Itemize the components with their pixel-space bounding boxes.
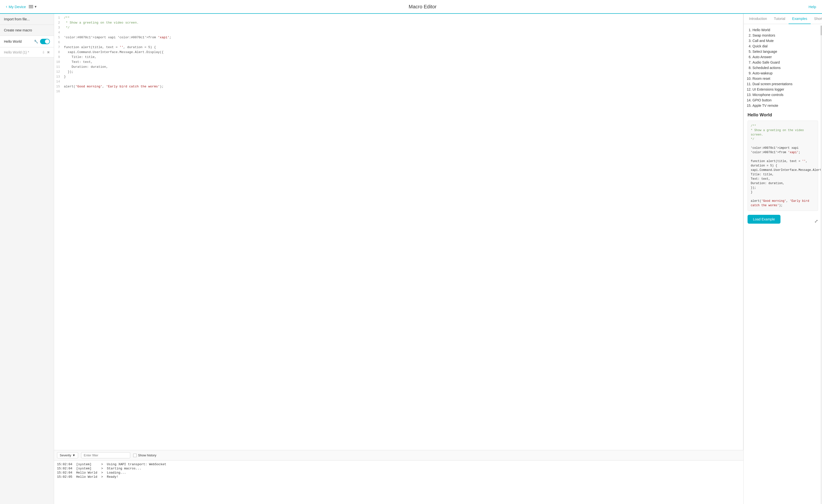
line-content: function alert(title, text = '', duratio… [64,45,743,49]
menu-icon[interactable]: ▾ [29,4,37,9]
code-line-16: 16 [54,89,743,94]
code-line-6: 6 [54,40,743,45]
line-number: 5 [54,36,64,39]
example-list-item[interactable]: Select language [753,50,818,54]
line-content: }); [64,70,743,74]
wrench-icon[interactable]: 🔧 [34,40,38,43]
code-line-2: 2 * Show a greeting on the video screen. [54,21,743,26]
example-list-item[interactable]: UI Extensions logger [753,87,818,91]
macro-draft-actions: ⇩ ✖ [42,50,50,54]
console-line: 15:02:04 Hello World > Loading... [57,471,740,475]
example-list-item[interactable]: Auto-wakeup [753,71,818,75]
line-number: 16 [54,90,64,93]
panel-tabs: IntroductionTutorialExamplesShortcuts [744,14,822,24]
macro-label: Hello World [4,40,22,43]
tab-shortcuts[interactable]: Shortcuts [811,14,822,24]
severity-button[interactable]: Severity ▼ [57,452,78,458]
example-list-item[interactable]: Auto Answer [753,55,818,59]
preview-code-line: Text: text, [751,177,815,181]
page-title: Macro Editor [409,4,436,10]
expand-icon[interactable]: ⤢ [814,218,818,224]
topbar-left: ‹ My Device ▾ [6,4,37,9]
preview-code-line: * Show a greeting on the video screen. [751,128,815,137]
download-icon[interactable]: ⇩ [42,50,45,54]
example-list-item[interactable]: Quick dial [753,44,818,48]
line-number: 2 [54,21,64,25]
console-area: Severity ▼ Show history 15:02:04 [system… [54,450,743,504]
code-line-11: 11 Duration: duration, [54,65,743,70]
scrollbar-track [821,26,822,504]
tab-tutorial[interactable]: Tutorial [770,14,789,24]
line-content: xapi.Command.UserInterface.Message.Alert… [64,50,743,54]
line-number: 1 [54,16,64,20]
preview-code-line: }); [751,186,815,190]
example-list-item[interactable]: Apple TV remote [753,104,818,108]
code-line-9: 9 Title: title, [54,55,743,60]
code-line-7: 7function alert(title, text = '', durati… [54,45,743,50]
example-list-item[interactable]: Hello World [753,28,818,32]
help-link[interactable]: Help [808,5,816,9]
line-number: 3 [54,26,64,29]
preview-code-line [751,141,815,146]
line-number: 7 [54,45,64,49]
menu-arrow: ▾ [35,4,37,9]
show-history-label[interactable]: Show history [133,453,156,457]
back-link[interactable]: ‹ My Device [6,4,26,9]
examples-list: Hello WorldSwap monitorsCall and MuteQui… [748,28,818,108]
load-example-button[interactable]: Load Example [748,215,781,224]
preview-code-line: Title: title, [751,172,815,177]
line-content: 'color:#0070c1'>import xapi 'color:#0070… [64,36,743,39]
line-content: alert('Good morning', 'Early bird catch … [64,85,743,88]
topbar: ‹ My Device ▾ Macro Editor Help [0,0,822,14]
line-content: * Show a greeting on the video screen. [64,21,743,25]
right-panel: IntroductionTutorialExamplesShortcuts He… [743,14,822,504]
create-new-macro[interactable]: Create new macro [0,25,54,36]
console-toolbar: Severity ▼ Show history [54,450,743,461]
example-code-preview: /** * Show a greeting on the video scree… [748,121,818,211]
tab-intro[interactable]: Introduction [746,14,770,24]
code-line-3: 3 */ [54,26,743,30]
hamburger-icon [29,5,33,8]
back-arrow-icon: ‹ [6,4,7,9]
filter-input[interactable] [81,452,130,458]
preview-code-line: */ [751,137,815,141]
delete-icon[interactable]: ✖ [47,50,50,54]
example-list-item[interactable]: Room reset [753,77,818,81]
code-line-4: 4 [54,30,743,35]
main-area: Import from file... Create new macro Hel… [0,14,822,504]
editor-area: 1/**2 * Show a greeting on the video scr… [54,14,743,504]
example-list-item[interactable]: Audio Safe Guard [753,60,818,64]
example-list-item[interactable]: Microphone controls [753,93,818,97]
example-list-item[interactable]: Call and Mute [753,39,818,43]
line-content: Text: text, [64,60,743,64]
code-line-14: 14 [54,80,743,84]
console-line: 15:02:04 [system] > Using XAPI transport… [57,463,740,466]
preview-code-line: 'color:#0070c1'>import xapi 'color:#0070… [751,146,815,155]
example-list-item[interactable]: Scheduled actions [753,66,818,70]
import-from-file[interactable]: Import from file... [0,14,54,25]
line-number: 15 [54,85,64,88]
code-editor[interactable]: 1/**2 * Show a greeting on the video scr… [54,14,743,450]
line-number: 6 [54,41,64,44]
example-list-item[interactable]: Swap monitors [753,33,818,37]
code-line-5: 5'color:#0070c1'>import xapi 'color:#007… [54,35,743,40]
macro-item-hello-world-draft[interactable]: Hello World (1) * ⇩ ✖ [0,47,54,57]
line-number: 11 [54,65,64,69]
sidebar: Import from file... Create new macro Hel… [0,14,54,504]
example-list-item[interactable]: Dual screen presentations [753,82,818,86]
line-content: */ [64,26,743,29]
show-history-checkbox[interactable] [133,454,137,457]
tab-examples[interactable]: Examples [789,14,810,24]
code-line-12: 12 }); [54,70,743,75]
preview-code-line: alert('Good morning', 'Early bird catch … [751,199,815,208]
line-content: /** [64,16,743,20]
console-line: 15:02:05 Hello World > Ready! [57,475,740,479]
back-label: My Device [9,5,26,9]
macro-toggle[interactable] [40,39,50,44]
line-content: Duration: duration, [64,65,743,69]
code-line-15: 15alert('Good morning', 'Early bird catc… [54,84,743,89]
preview-code-line: /** [751,124,815,128]
macro-item-hello-world[interactable]: Hello World 🔧 [0,36,54,47]
preview-code-line [751,155,815,159]
example-list-item[interactable]: GPIO button [753,98,818,102]
